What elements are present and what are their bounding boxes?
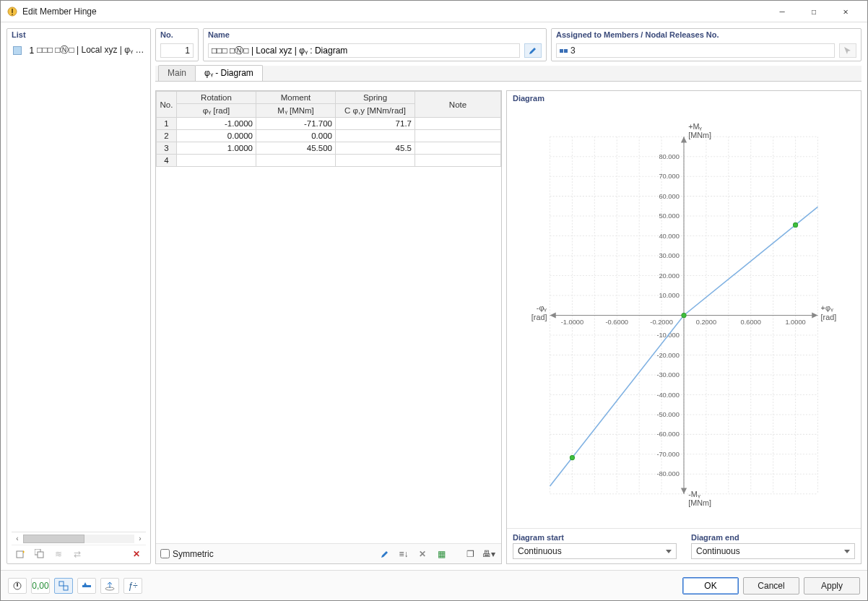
list-body: 1 □□□ □Ⓝ□ | Local xyz | φᵧ : Di bbox=[12, 43, 146, 532]
chart-panel: Diagram -1.0000-0.6000-0.20000.20000.600… bbox=[506, 90, 862, 564]
svg-rect-1 bbox=[12, 9, 13, 13]
svg-text:+φᵧ: +φᵧ bbox=[821, 303, 833, 312]
ok-button[interactable]: OK bbox=[682, 577, 739, 594]
diagram-start-label: Diagram start bbox=[513, 533, 677, 542]
table-print-button[interactable]: 🖶▾ bbox=[481, 547, 497, 561]
delete-item-button[interactable]: ✕ bbox=[129, 547, 144, 561]
cell-moment[interactable]: 0.000 bbox=[256, 130, 336, 142]
svg-point-70 bbox=[570, 455, 574, 459]
name-panel: Name bbox=[203, 28, 547, 61]
tab-main[interactable]: Main bbox=[158, 65, 196, 81]
col-spring-top[interactable]: Spring bbox=[336, 92, 415, 104]
col-moment-top[interactable]: Moment bbox=[256, 92, 336, 104]
diagram-end-select[interactable]: Continuous bbox=[691, 543, 855, 559]
cell-rotation[interactable]: 1.0000 bbox=[177, 142, 256, 155]
list-toolbar: ≋ ⇄ ✕ bbox=[12, 545, 146, 562]
footer-tool-3[interactable] bbox=[54, 578, 73, 594]
svg-rect-75 bbox=[59, 581, 64, 586]
cell-spring[interactable] bbox=[336, 155, 415, 167]
svg-text:[MNm]: [MNm] bbox=[688, 131, 711, 139]
footer-tool-5[interactable] bbox=[100, 578, 119, 594]
apply-button[interactable]: Apply bbox=[804, 577, 860, 594]
toolbar-button-3[interactable]: ≋ bbox=[51, 547, 66, 561]
symmetric-checkbox-input[interactable] bbox=[160, 549, 170, 558]
cell-note[interactable] bbox=[415, 142, 501, 155]
svg-text:-60.000: -60.000 bbox=[656, 431, 679, 438]
svg-text:10.000: 10.000 bbox=[659, 292, 679, 299]
col-moment-bot[interactable]: Mᵧ [MNm] bbox=[256, 104, 336, 118]
chart-area[interactable]: -1.0000-0.6000-0.20000.20000.60001.0000-… bbox=[513, 107, 855, 524]
svg-rect-77 bbox=[82, 585, 91, 587]
tab-diagram[interactable]: φᵧ - Diagram bbox=[195, 65, 263, 81]
window-close-button[interactable]: ✕ bbox=[830, 1, 862, 22]
table-row[interactable]: 20.00000.000 bbox=[157, 130, 501, 142]
svg-text:-80.000: -80.000 bbox=[656, 470, 679, 477]
col-no[interactable]: No. bbox=[157, 92, 177, 118]
footer-tool-6[interactable]: ƒ÷ bbox=[123, 578, 142, 594]
row-num: 3 bbox=[157, 142, 177, 155]
no-value[interactable]: 1 bbox=[160, 43, 194, 58]
list-item[interactable]: 1 □□□ □Ⓝ□ | Local xyz | φᵧ : Di bbox=[12, 43, 146, 57]
list-panel: List 1 □□□ □Ⓝ□ | Local xyz | φᵧ : Di ‹ › bbox=[6, 28, 151, 564]
list-horizontal-scrollbar[interactable]: ‹ › bbox=[12, 532, 146, 545]
tab-bar: Main φᵧ - Diagram bbox=[155, 66, 862, 82]
svg-rect-74 bbox=[17, 583, 18, 587]
cell-moment[interactable] bbox=[256, 155, 336, 167]
new-item-button[interactable] bbox=[13, 547, 29, 561]
cell-spring[interactable]: 71.7 bbox=[336, 118, 415, 130]
scroll-thumb[interactable] bbox=[23, 535, 84, 543]
col-spring-bot[interactable]: C φ,y [MNm/rad] bbox=[336, 104, 415, 118]
window-maximize-button[interactable]: ☐ bbox=[798, 1, 830, 22]
cell-spring[interactable] bbox=[336, 130, 415, 142]
cell-note[interactable] bbox=[415, 130, 501, 142]
cell-spring[interactable]: 45.5 bbox=[336, 142, 415, 155]
table-copy-button[interactable]: ❐ bbox=[462, 547, 478, 561]
svg-text:-0.6000: -0.6000 bbox=[606, 319, 628, 326]
table-edit-button[interactable] bbox=[377, 547, 393, 561]
symmetric-checkbox[interactable]: Symmetric bbox=[160, 549, 214, 559]
table-row[interactable]: 1-1.0000-71.70071.7 bbox=[157, 118, 501, 130]
assigned-value-field[interactable]: 3 bbox=[556, 43, 835, 58]
data-grid[interactable]: No. Rotation Moment Spring Note φᵧ [rad]… bbox=[156, 91, 501, 543]
copy-item-button[interactable] bbox=[32, 547, 48, 561]
cancel-button[interactable]: Cancel bbox=[743, 577, 799, 594]
edit-name-button[interactable] bbox=[524, 43, 542, 58]
cell-note[interactable] bbox=[415, 155, 501, 167]
pick-member-button[interactable] bbox=[839, 43, 856, 58]
diagram-chart: -1.0000-0.6000-0.20000.20000.60001.0000-… bbox=[513, 107, 855, 524]
dialog-footer: 0,00 ƒ÷ OK Cancel Apply bbox=[1, 570, 867, 600]
cell-rotation[interactable] bbox=[177, 155, 256, 167]
name-input[interactable] bbox=[208, 43, 520, 58]
scroll-track[interactable] bbox=[23, 535, 134, 543]
table-row[interactable]: 31.000045.50045.5 bbox=[157, 142, 501, 155]
svg-text:1.0000: 1.0000 bbox=[785, 319, 805, 326]
cell-note[interactable] bbox=[415, 118, 501, 130]
cell-moment[interactable]: -71.700 bbox=[256, 118, 336, 130]
titlebar: Edit Member Hinge — ☐ ✕ bbox=[1, 1, 867, 22]
edit-member-hinge-window: Edit Member Hinge — ☐ ✕ List 1 □□□ □Ⓝ□ |… bbox=[0, 0, 868, 601]
edit-icon bbox=[529, 46, 537, 55]
scroll-right-icon[interactable]: › bbox=[134, 533, 146, 545]
table-excel-button[interactable]: ▦ bbox=[433, 547, 449, 561]
table-row[interactable]: 4 bbox=[157, 155, 501, 167]
window-minimize-button[interactable]: — bbox=[766, 1, 798, 22]
diagram-end-label: Diagram end bbox=[691, 533, 855, 542]
cell-rotation[interactable]: 0.0000 bbox=[177, 130, 256, 142]
footer-tool-4[interactable] bbox=[77, 578, 96, 594]
svg-point-71 bbox=[682, 313, 686, 317]
col-note[interactable]: Note bbox=[415, 92, 501, 118]
footer-tool-2[interactable]: 0,00 bbox=[31, 578, 50, 594]
col-rotation-bot[interactable]: φᵧ [rad] bbox=[177, 104, 256, 118]
col-rotation-top[interactable]: Rotation bbox=[177, 92, 256, 104]
svg-text:[rad]: [rad] bbox=[531, 313, 547, 321]
table-sort-button[interactable]: ≡↓ bbox=[396, 547, 412, 561]
toolbar-button-4[interactable]: ⇄ bbox=[69, 547, 85, 561]
cell-rotation[interactable]: -1.0000 bbox=[177, 118, 256, 130]
scroll-left-icon[interactable]: ‹ bbox=[12, 533, 23, 545]
app-icon bbox=[6, 6, 18, 17]
diagram-start-select[interactable]: Continuous bbox=[513, 543, 677, 559]
cell-moment[interactable]: 45.500 bbox=[256, 142, 336, 155]
svg-rect-3 bbox=[17, 551, 23, 558]
footer-tool-1[interactable] bbox=[8, 578, 27, 594]
table-delete-button[interactable]: ✕ bbox=[415, 547, 430, 561]
